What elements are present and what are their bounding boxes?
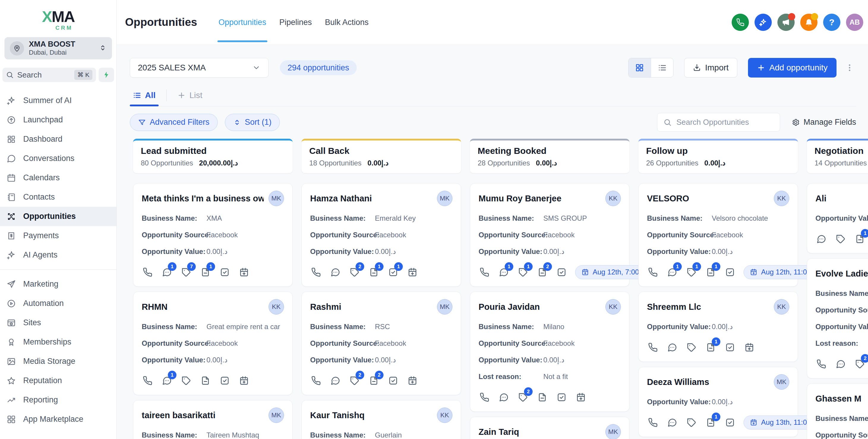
opportunity-card-hamza-nathani[interactable]: Hamza NathaniMKBusiness Name:Emerald Key… xyxy=(302,183,461,287)
phone-action[interactable] xyxy=(478,266,490,278)
tag-action[interactable] xyxy=(835,233,846,245)
task-action[interactable] xyxy=(556,391,567,403)
sidebar-item-app-marketplace[interactable]: App Marketplace xyxy=(0,410,117,429)
sort-button[interactable]: Sort (1) xyxy=(225,114,280,131)
sidebar-item-contacts[interactable]: Contacts xyxy=(0,187,117,207)
search-opportunities[interactable] xyxy=(657,113,780,132)
list-view-button[interactable] xyxy=(651,58,673,77)
tab-bulk-actions[interactable]: Bulk Actions xyxy=(318,0,375,44)
phone-action[interactable] xyxy=(647,417,658,428)
tag-action[interactable] xyxy=(686,417,697,428)
tab-pipelines[interactable]: Pipelines xyxy=(273,0,318,44)
grid-view-button[interactable] xyxy=(628,58,651,77)
chat-action[interactable] xyxy=(330,266,341,278)
note-action[interactable] xyxy=(536,391,548,403)
opportunity-card-kaur-tanishq[interactable]: Kaur TanishqKKBusiness Name:GuerlainOppo… xyxy=(302,400,461,439)
tab-opportunities[interactable]: Opportunities xyxy=(212,0,273,44)
task-action[interactable] xyxy=(724,417,736,428)
calendar-plus-action[interactable] xyxy=(238,266,250,278)
tag-action[interactable]: 2 xyxy=(517,391,528,403)
note-action[interactable]: 1 xyxy=(368,266,379,278)
sidebar-search[interactable]: ⌘ K xyxy=(2,68,96,82)
opportunity-card-velsoro[interactable]: VELSOROKKBusiness Name:Velsoro chocolate… xyxy=(639,183,798,287)
tab-all[interactable]: All xyxy=(130,87,159,106)
phone-button[interactable] xyxy=(732,14,749,31)
more-options-button[interactable] xyxy=(843,58,856,77)
note-action[interactable]: 2 xyxy=(536,266,548,278)
announcements-button[interactable] xyxy=(777,14,795,31)
add-opportunity-button[interactable]: Add opportunity xyxy=(748,58,837,77)
opportunity-card-meta-thinks-i-m-a-business-ow[interactable]: Meta thinks I'm a business ow...MKBusine… xyxy=(133,183,292,287)
calendar-plus-action[interactable] xyxy=(744,342,755,353)
tag-action[interactable]: 2 xyxy=(349,375,360,386)
pipeline-select[interactable]: 2025 SALES XMA xyxy=(130,58,269,77)
phone-action[interactable] xyxy=(647,342,658,353)
tag-action[interactable]: 2 xyxy=(349,266,360,278)
sidebar-item-reporting[interactable]: Reporting xyxy=(0,390,117,410)
search-input[interactable] xyxy=(17,70,74,80)
ai-assistant-button[interactable] xyxy=(754,14,772,31)
quick-actions-button[interactable] xyxy=(99,68,114,82)
sidebar-item-calendars[interactable]: Calendars xyxy=(0,168,117,187)
phone-action[interactable] xyxy=(142,375,153,386)
task-action[interactable] xyxy=(724,266,736,278)
chat-action[interactable]: 1 xyxy=(161,266,172,278)
opportunity-card-evolve-ladies[interactable]: Evolve LadiesBusiness Name:Opportunity S… xyxy=(807,258,868,378)
chat-action[interactable] xyxy=(498,391,509,403)
sidebar-item-memberships[interactable]: Memberships xyxy=(0,333,117,352)
chat-action[interactable] xyxy=(666,417,678,428)
opportunity-card-deeza-williams[interactable]: Deeza WilliamsMKOpportunity Value:0.00د.… xyxy=(639,367,798,437)
help-button[interactable]: ? xyxy=(823,14,840,31)
opportunity-card-taireen-basarikatti[interactable]: taireen basarikattiMKBusiness Name:Taire… xyxy=(133,400,292,439)
phone-action[interactable] xyxy=(310,266,321,278)
task-action[interactable] xyxy=(556,266,567,278)
chat-action[interactable] xyxy=(835,358,846,370)
workspace-selector[interactable]: XMA BOOST Dubai, Dubai xyxy=(4,37,112,59)
opportunity-card-rhmn[interactable]: RHMNKKBusiness Name:Great empire rent a … xyxy=(133,292,292,395)
task-action[interactable] xyxy=(219,375,230,386)
chat-action[interactable] xyxy=(666,342,678,353)
note-action[interactable]: 1 xyxy=(854,233,865,245)
sidebar-item-summer-of-ai[interactable]: Summer of AI xyxy=(0,91,117,110)
sidebar-item-automation[interactable]: Automation xyxy=(0,294,117,313)
task-action[interactable] xyxy=(219,266,230,278)
tag-action[interactable]: 7 xyxy=(180,266,192,278)
chat-action[interactable] xyxy=(330,375,341,386)
opportunity-card-shreemm-llc[interactable]: Shreemm LlcKKOpportunity Value:0.00د.إ1 xyxy=(639,292,798,362)
sidebar-item-payments[interactable]: Payments xyxy=(0,226,117,245)
task-action[interactable] xyxy=(724,342,736,353)
note-action[interactable]: 1 xyxy=(705,342,716,353)
phone-action[interactable] xyxy=(142,266,153,278)
note-action[interactable]: 1 xyxy=(199,266,211,278)
tag-action[interactable]: 1 xyxy=(517,266,528,278)
chat-action[interactable] xyxy=(815,233,827,245)
phone-action[interactable] xyxy=(647,266,658,278)
task-action[interactable] xyxy=(388,375,399,386)
sidebar-item-reputation[interactable]: Reputation xyxy=(0,371,117,390)
phone-action[interactable] xyxy=(310,375,321,386)
advanced-filters-button[interactable]: Advanced Filters xyxy=(130,114,218,131)
sidebar-item-ai-agents[interactable]: AI Agents xyxy=(0,245,117,265)
tag-action[interactable]: 1 xyxy=(686,266,697,278)
opportunity-card-zain-tariq[interactable]: Zain TariqMKBusiness Name:TCCOpportunity… xyxy=(470,417,629,439)
note-action[interactable] xyxy=(199,375,211,386)
sidebar-item-launchpad[interactable]: Launchpad xyxy=(0,110,117,129)
import-button[interactable]: Import xyxy=(684,58,737,77)
calendar-plus-action[interactable] xyxy=(407,266,418,278)
calendar-plus-action[interactable] xyxy=(407,375,418,386)
note-action[interactable]: 2 xyxy=(368,375,379,386)
task-action[interactable]: 1 xyxy=(388,266,399,278)
tag-action[interactable]: 2 xyxy=(854,358,865,370)
opportunity-card-pouria-javidan[interactable]: Pouria JavidanKKBusiness Name:MilanoOppo… xyxy=(470,292,629,412)
sidebar-item-media-storage[interactable]: Media Storage xyxy=(0,352,117,371)
chat-action[interactable]: 1 xyxy=(498,266,509,278)
sidebar-item-dashboard[interactable]: Dashboard xyxy=(0,129,117,149)
calendar-plus-action[interactable] xyxy=(575,391,586,403)
chat-action[interactable]: 1 xyxy=(666,266,678,278)
opportunity-card-ghassen-m[interactable]: Ghassen MBusiness Name:Opportunity Sourc… xyxy=(807,383,868,439)
tab-add-list[interactable]: List xyxy=(174,87,206,106)
note-action[interactable]: 1 xyxy=(705,266,716,278)
sidebar-item-opportunities[interactable]: Opportunities xyxy=(0,207,117,226)
opportunity-card-rashmi[interactable]: RashmiMKBusiness Name:RSCOpportunity Sou… xyxy=(302,292,461,395)
phone-action[interactable] xyxy=(815,358,827,370)
